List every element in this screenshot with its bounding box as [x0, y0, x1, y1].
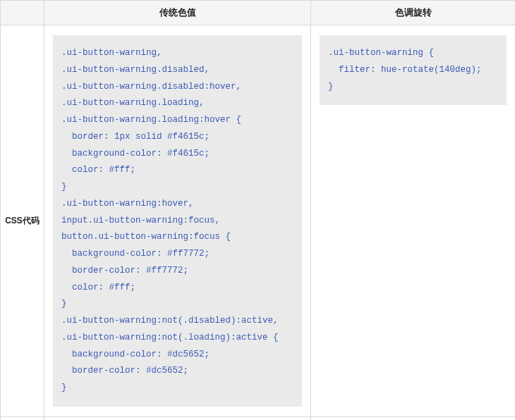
table-header-row: 传统色值 色调旋转	[1, 1, 516, 25]
result-row-label: 最终效果	[1, 416, 44, 420]
result-cell-traditional: 红按钮	[44, 416, 311, 420]
result-row: 最终效果 红按钮 红按钮 php 中文网	[1, 416, 516, 420]
code-block-hue: .ui-button-warning { filter: hue-rotate(…	[320, 35, 507, 105]
code-row: CSS代码 .ui-button-warning, .ui-button-war…	[1, 25, 516, 417]
header-traditional: 传统色值	[44, 1, 311, 25]
comparison-table: 传统色值 色调旋转 CSS代码 .ui-button-warning, .ui-…	[0, 0, 515, 420]
code-block-traditional: .ui-button-warning, .ui-button-warning.d…	[53, 35, 302, 407]
result-cell-hue: 红按钮 php 中文网	[311, 416, 516, 420]
code-cell-hue: .ui-button-warning { filter: hue-rotate(…	[311, 25, 516, 417]
code-row-label: CSS代码	[1, 25, 44, 417]
header-hue-rotate: 色调旋转	[311, 1, 516, 25]
code-cell-traditional: .ui-button-warning, .ui-button-warning.d…	[44, 25, 311, 417]
header-blank	[1, 1, 44, 25]
